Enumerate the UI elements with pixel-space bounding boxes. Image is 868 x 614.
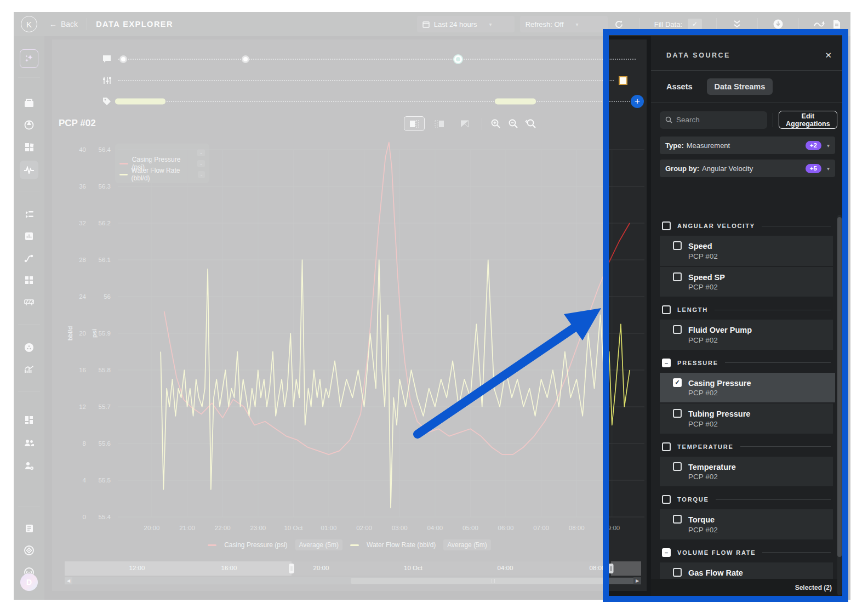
- sidebar-item-analytics[interactable]: [20, 360, 38, 379]
- reload-icon[interactable]: [613, 18, 625, 30]
- comment-marker[interactable]: [242, 55, 249, 63]
- brush-handle[interactable]: [609, 564, 614, 573]
- sidebar-item-assets[interactable]: [20, 138, 38, 156]
- series-swatch: [350, 544, 359, 546]
- sidebar-item-workflows[interactable]: [20, 249, 38, 268]
- stream-checkbox[interactable]: [673, 325, 682, 334]
- sidebar-item-apps[interactable]: [20, 411, 38, 429]
- thresholds-timeline[interactable]: [118, 80, 614, 81]
- trend-export-icon[interactable]: [813, 18, 825, 30]
- stream-name: Tubing Pressure: [688, 409, 750, 420]
- search-input[interactable]: [660, 111, 767, 129]
- ai-assistant-button[interactable]: [20, 49, 38, 68]
- tag-duration-bar[interactable]: [115, 99, 165, 105]
- sidebar-item-integrations[interactable]: [20, 205, 38, 224]
- stream-item[interactable]: Gas Flow RatePCP #02: [660, 562, 833, 579]
- tab-data-streams[interactable]: Data Streams: [707, 78, 773, 95]
- group-checkbox[interactable]: –: [662, 548, 671, 557]
- back-button[interactable]: ← Back: [49, 20, 78, 29]
- zoom-out-icon[interactable]: [506, 117, 519, 130]
- sidebar-item-user-settings[interactable]: [20, 457, 38, 475]
- x-tick: 02:00: [356, 525, 372, 531]
- y-right-tick: 55.5: [99, 477, 111, 484]
- close-icon[interactable]: ✕: [825, 50, 832, 60]
- aggregate-badge[interactable]: Average (5m): [443, 539, 490, 550]
- time-range-select[interactable]: Last 24 hours ▾: [417, 16, 515, 32]
- stream-checkbox[interactable]: [673, 568, 682, 577]
- group-checkbox[interactable]: [662, 442, 671, 451]
- group-checkbox[interactable]: [662, 305, 671, 314]
- comments-row-icon: [102, 55, 111, 63]
- stream-name: Temperature: [688, 462, 736, 473]
- group-by-filter[interactable]: Group by: Angular Velocity +5 ▾: [660, 160, 835, 177]
- stream-item[interactable]: Speed SPPCP #02: [660, 267, 833, 297]
- search-field[interactable]: [676, 116, 753, 124]
- y-left-tick: 0: [83, 514, 86, 520]
- comment-marker[interactable]: [454, 55, 462, 63]
- download-icon[interactable]: [772, 18, 784, 30]
- layout-split-right-button[interactable]: [429, 116, 450, 131]
- scroll-right-arrow[interactable]: ▶: [633, 577, 641, 584]
- time-range-brush[interactable]: 12:0016:0020:0010 Oct04:0008:00: [65, 561, 641, 576]
- group-checkbox[interactable]: –: [662, 359, 671, 367]
- type-filter[interactable]: Type: Measurement +2 ▾: [660, 137, 835, 154]
- sidebar-item-control[interactable]: [20, 338, 38, 357]
- stream-asset: PCP #02: [688, 420, 750, 428]
- fill-data-checkbox[interactable]: ✓: [688, 19, 702, 30]
- stream-item[interactable]: TemperaturePCP #02: [660, 457, 833, 487]
- stream-checkbox[interactable]: [673, 241, 682, 250]
- sidebar-item-reports[interactable]: [20, 227, 38, 246]
- chart-toolbar: [404, 116, 537, 131]
- refresh-select[interactable]: Refresh: Off ▾: [520, 16, 608, 32]
- collapse-all-icon[interactable]: [731, 18, 743, 30]
- sidebar-item-dashboards[interactable]: [20, 271, 38, 289]
- comment-marker[interactable]: [119, 55, 127, 63]
- x-tick: 05:00: [462, 525, 478, 531]
- sidebar-item-maintenance[interactable]: [20, 293, 38, 311]
- panel-scrollbar[interactable]: [837, 215, 842, 595]
- user-avatar[interactable]: D: [20, 573, 38, 591]
- sidebar-item-map[interactable]: [20, 116, 38, 134]
- group-checkbox[interactable]: [662, 495, 671, 504]
- stream-item[interactable]: Fluid Over PumpPCP #02: [660, 320, 833, 350]
- series-line-water-flow-rate: [161, 260, 630, 508]
- add-annotation-button[interactable]: +: [631, 95, 644, 108]
- stream-item[interactable]: ✓Casing PressurePCP #02: [660, 373, 835, 403]
- stream-checkbox[interactable]: [673, 272, 682, 281]
- sidebar-item-operations[interactable]: [20, 94, 38, 112]
- sidebar-item-data-explorer[interactable]: [20, 161, 38, 179]
- report-icon[interactable]: [831, 18, 843, 30]
- calendar-icon: [422, 21, 430, 28]
- comments-timeline[interactable]: [118, 59, 636, 60]
- stream-item[interactable]: SpeedPCP #02: [660, 236, 833, 266]
- y-right-tick: 55.9: [99, 330, 111, 337]
- edit-aggregations-button[interactable]: Edit Aggregations: [779, 111, 837, 129]
- stream-item[interactable]: TorquePCP #02: [660, 509, 833, 539]
- tab-assets[interactable]: Assets: [666, 78, 693, 95]
- stream-checkbox[interactable]: [673, 409, 682, 418]
- tag-duration-bar[interactable]: [495, 99, 536, 105]
- app-logo[interactable]: K: [21, 16, 37, 32]
- sidebar-item-teams[interactable]: [20, 434, 38, 452]
- horizontal-scrollbar[interactable]: ◀ ▶: [65, 577, 641, 584]
- stream-checkbox[interactable]: ✓: [673, 378, 682, 387]
- divider: [18, 391, 40, 392]
- x-tick: 04:00: [427, 525, 443, 531]
- layout-split-left-button[interactable]: [404, 116, 425, 131]
- stream-checkbox[interactable]: [673, 515, 682, 524]
- stream-item[interactable]: Tubing PressurePCP #02: [660, 403, 833, 434]
- threshold-marker[interactable]: [619, 76, 627, 85]
- layout-diagonal-button[interactable]: [454, 116, 475, 131]
- scroll-left-arrow[interactable]: ◀: [65, 577, 72, 584]
- stream-checkbox[interactable]: [673, 462, 682, 471]
- zoom-in-icon[interactable]: [489, 117, 502, 130]
- scrollbar-thumb[interactable]: [351, 578, 636, 584]
- aggregate-badge[interactable]: Average (5m): [295, 539, 342, 550]
- tags-timeline[interactable]: [118, 101, 630, 102]
- sidebar-item-help[interactable]: [20, 541, 38, 560]
- timeseries-chart[interactable]: 4056.43656.33256.22856.124562055.91655.8…: [60, 141, 644, 532]
- group-checkbox[interactable]: [662, 221, 671, 230]
- brush-handle[interactable]: [289, 564, 294, 573]
- sidebar-item-docs[interactable]: [20, 519, 38, 538]
- zoom-reset-icon[interactable]: [524, 117, 537, 130]
